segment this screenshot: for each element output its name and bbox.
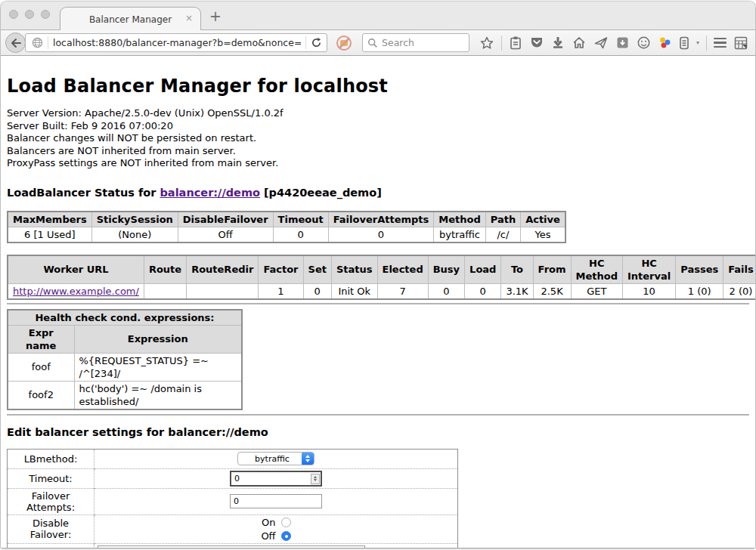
status-heading-suffix: [p4420eeae_demo] (264, 187, 382, 199)
url-text[interactable]: localhost:8880/balancer-manager?b=demo&n… (53, 37, 301, 48)
table-cell: Off (178, 227, 273, 243)
session-manager-icon[interactable] (679, 36, 689, 51)
column-header: Active (521, 212, 565, 227)
column-header: Route (144, 255, 186, 284)
column-header: HC Interval (622, 255, 675, 284)
select-stepper-icon (302, 452, 314, 465)
table-cell: 0 (328, 227, 434, 243)
table-cell: hc('body') =~ /domain is established/ (74, 381, 242, 409)
column-header: Factor (259, 255, 303, 284)
worker-url-link[interactable]: http://www.example.com/ (13, 286, 139, 297)
table-cell: 0 (273, 227, 328, 243)
failover-attempts-input[interactable] (230, 494, 322, 508)
back-arrow-icon (11, 39, 21, 48)
lbmethod-select[interactable]: bytraffic (237, 452, 314, 465)
worker-table: Worker URL Route RouteRedir Factor Set S… (7, 255, 755, 300)
table-row: foof %{REQUEST_STATUS} =~ /^[234]/ (8, 353, 242, 381)
failover-attempts-label: Failover Attempts: (8, 488, 94, 514)
table-cell: (None) (91, 227, 178, 243)
column-header: Expression (74, 325, 242, 353)
search-input[interactable] (382, 37, 457, 48)
tab-title: Balancer Manager (89, 14, 172, 25)
column-header: Timeout (273, 212, 328, 227)
minimize-window-button[interactable] (25, 10, 34, 19)
menu-icon[interactable] (714, 38, 727, 48)
table-cell: 1 (0) (676, 283, 723, 299)
status-heading-prefix: LoadBalancer Status for (7, 187, 156, 199)
disable-failover-off-radio[interactable] (281, 531, 291, 541)
save-to-device-icon[interactable] (615, 36, 630, 50)
table-header-row: Health check cond. expressions: (8, 310, 242, 326)
notice-line: Balancer changes will NOT be persisted o… (7, 132, 749, 145)
column-header: From (533, 255, 571, 284)
browser-window: Balancer Manager × + localhost:8880/bala… (1, 2, 755, 548)
download-icon[interactable] (551, 36, 565, 50)
column-header: MaxMembers (8, 212, 91, 227)
column-header: StickySession (91, 212, 178, 227)
globe-icon (32, 37, 43, 48)
column-header: Status (331, 255, 377, 284)
back-button[interactable] (5, 32, 26, 53)
timeout-input[interactable] (230, 471, 322, 487)
number-stepper-icon[interactable] (311, 474, 320, 484)
column-header: DisableFailover (178, 212, 273, 227)
sticky-session-input[interactable] (98, 545, 365, 548)
table-header-row: Worker URL Route RouteRedir Factor Set S… (8, 255, 755, 284)
health-table-title: Health check cond. expressions: (8, 310, 242, 326)
zoom-window-button[interactable] (41, 10, 50, 19)
search-bar[interactable] (362, 33, 469, 52)
column-header: To (501, 255, 533, 284)
page-content: Load Balancer Manager for localhost Serv… (1, 76, 755, 548)
toolbar-icons: ▾ (479, 30, 748, 55)
radio-off-label: Off (261, 530, 275, 542)
table-cell: 1 (259, 283, 303, 299)
table-row: 6 [1 Used] (None) Off 0 0 bytraffic /c/ … (8, 227, 565, 243)
notice-line: ProxyPass settings are NOT inherited fro… (7, 157, 749, 170)
column-header: Worker URL (8, 255, 144, 284)
search-icon (367, 38, 378, 48)
column-header: Load (465, 255, 501, 284)
edit-settings-heading: Edit balancer settings for balancer://de… (7, 426, 749, 438)
content-blocked-icon[interactable] (336, 36, 352, 51)
column-header: Elected (377, 255, 428, 284)
balancer-demo-link[interactable]: balancer://demo (160, 187, 260, 199)
new-tab-button[interactable]: + (209, 8, 222, 24)
timeout-label: Timeout: (8, 468, 94, 488)
form-row-timeout: Timeout: (8, 468, 458, 488)
lbmethod-selected-value: bytraffic (238, 454, 302, 464)
balancer-status-table: MaxMembers StickySession DisableFailover… (7, 211, 566, 243)
feedback-smiley-icon[interactable] (637, 36, 651, 50)
balancer-settings-form: LBmethod: bytraffic Timeout: (7, 449, 458, 548)
table-cell: 0 (303, 283, 331, 299)
tab-close-icon[interactable]: × (185, 14, 193, 23)
send-plane-icon[interactable] (593, 36, 609, 50)
reading-list-icon[interactable] (509, 36, 522, 51)
column-header: Fails (723, 255, 755, 284)
reload-icon[interactable] (311, 37, 322, 48)
form-row-failover-attempts: Failover Attempts: (8, 488, 458, 514)
pocket-icon[interactable] (529, 36, 544, 50)
form-row-sticky-session: Sticky Session: (Use '-' to delete) (8, 543, 458, 548)
table-row: http://www.example.com/ 1 0 Init Ok 7 0 … (8, 283, 755, 299)
table-cell: 6 [1 Used] (8, 227, 91, 243)
table-cell: Init Ok (331, 283, 377, 299)
column-header: Set (303, 255, 331, 284)
tab-balancer-manager[interactable]: Balancer Manager × (60, 7, 201, 31)
section-divider (7, 414, 749, 416)
newspaper-grid-icon[interactable] (733, 36, 748, 51)
notice-line: Balancers are NOT inherited from main se… (7, 145, 749, 158)
column-header: RouteRedir (187, 255, 259, 284)
chevron-down-icon[interactable]: ▾ (696, 39, 699, 46)
server-info: Server Version: Apache/2.5.0-dev (Unix) … (7, 107, 749, 170)
url-bar[interactable]: localhost:8880/balancer-manager?b=demo&n… (25, 33, 327, 52)
home-icon[interactable] (572, 36, 587, 50)
bookmark-star-icon[interactable] (479, 36, 494, 51)
table-cell: Yes (521, 227, 565, 243)
disable-failover-on-radio[interactable] (281, 518, 291, 527)
table-cell: 3.1K (501, 283, 533, 299)
close-window-button[interactable] (9, 10, 18, 19)
server-built-line: Server Built: Feb 9 2016 07:00:20 (7, 120, 749, 133)
table-cell: /c/ (485, 227, 520, 243)
extension-dots-icon[interactable] (658, 36, 672, 50)
table-row: foof2 hc('body') =~ /domain is establish… (8, 381, 242, 409)
